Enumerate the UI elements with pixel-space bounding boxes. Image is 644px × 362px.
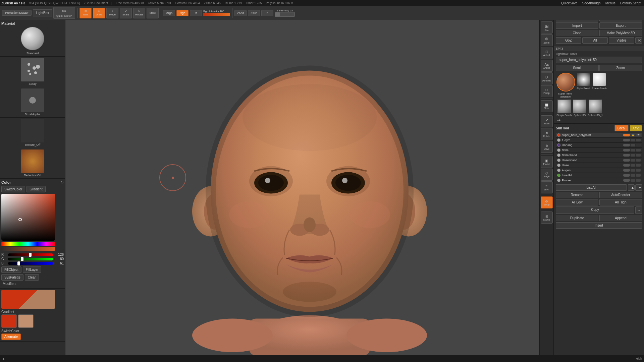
material-preview[interactable] [21, 27, 44, 50]
intensity-slider-btn[interactable]: super_hero_polypaint: 50 [556, 57, 642, 63]
subtool-lock-5[interactable] [631, 159, 635, 162]
list-down-btn[interactable]: ▼ [635, 184, 642, 191]
subtool-vis-6[interactable] [623, 164, 630, 167]
draw-button[interactable]: ✏ Draw [93, 8, 105, 18]
subtool-eye-3[interactable] [636, 149, 641, 152]
color-picker[interactable] [1, 194, 55, 241]
subtool-vis-3[interactable] [623, 149, 630, 152]
subtool-vis-1[interactable] [623, 139, 630, 141]
simple-brush-thumb[interactable] [557, 100, 571, 113]
floor-btn[interactable]: ⬜ Floor [541, 100, 553, 112]
sys-palette-button[interactable]: SysPalette [1, 274, 23, 281]
rgb-button[interactable]: Rgb [176, 10, 189, 16]
r-solo-button[interactable]: R [635, 37, 642, 44]
z-button[interactable]: Z [261, 10, 273, 16]
linefill-vbtn[interactable]: ≡ LnFil [541, 181, 553, 193]
subtool-lock-9[interactable] [631, 179, 635, 182]
scale-button[interactable]: ⤢ Scale [120, 8, 132, 18]
subtool-item-9[interactable]: Flossen [556, 178, 642, 183]
rotate-vbtn[interactable]: ↻ Rotate [541, 128, 553, 140]
gradient-button[interactable]: Gradient [26, 186, 45, 192]
frame-vbtn[interactable]: ▣ Frame [541, 156, 553, 168]
subtool-lock-2[interactable] [631, 144, 635, 146]
subtool-eye-9[interactable] [636, 179, 641, 182]
menus-btn[interactable]: Menus [604, 1, 617, 5]
auto-reorder-button[interactable]: AutoReorder [599, 192, 642, 198]
quick-sketch-button[interactable]: ✏ Quick Sketch [53, 7, 75, 19]
mrgb-button[interactable]: Mrgb [163, 10, 175, 16]
subtool-lock-8[interactable] [631, 174, 635, 177]
spray-brush-preview[interactable] [21, 58, 44, 81]
fill-layer-button[interactable]: FillLayer [23, 266, 42, 273]
rgb-intensity-control[interactable]: Rgb Intensity 100 [203, 10, 230, 16]
persp-btn[interactable]: ⬡ Persp [541, 85, 553, 97]
export-button[interactable]: Export [599, 22, 642, 29]
subtool-vis-7[interactable] [623, 169, 630, 172]
default-script-btn[interactable]: DefaultZScript [619, 1, 643, 5]
copy-subtool-button[interactable]: Copy [556, 206, 634, 214]
reflection-preview[interactable] [21, 149, 44, 173]
all-low-button[interactable]: All Low [556, 199, 598, 205]
switch-color-swatch-2[interactable] [18, 314, 34, 328]
simpleBrush-icon-btn[interactable]: ⊞ Sim [541, 21, 553, 34]
subtool-vis-9[interactable] [623, 179, 630, 182]
scroll-button[interactable]: Scroll [556, 65, 599, 71]
scale-vbtn[interactable]: ⤢ Scale [541, 115, 553, 127]
subtool-item-4[interactable]: Brillenband [556, 153, 642, 158]
duplicate-button[interactable]: Duplicate [556, 215, 598, 221]
zoom-button[interactable]: Zoom [599, 65, 642, 71]
subtool-item-8[interactable]: Line Fill [556, 173, 642, 178]
move-vbtn[interactable]: ⊕ Move [541, 141, 553, 153]
fill-object-button[interactable]: FillObject [1, 266, 21, 273]
main-tool-thumb[interactable] [556, 73, 575, 92]
insert-button[interactable]: Insert [556, 222, 642, 229]
sphere3d-1-thumb[interactable] [589, 100, 602, 113]
subtool-eye-2[interactable] [636, 144, 641, 146]
clone-button[interactable]: Clone [556, 30, 598, 36]
rotate-button[interactable]: ↻ Rotate [133, 8, 145, 18]
alpha-brush-thumb[interactable] [577, 73, 590, 86]
clear-button[interactable]: Clear [25, 274, 39, 281]
list-all-button[interactable]: List All [556, 184, 627, 191]
subtool-eye-8[interactable] [636, 174, 641, 177]
subtool-lock-6[interactable] [631, 164, 635, 167]
rgb-intensity-slider[interactable] [203, 13, 230, 16]
texture-preview[interactable] [21, 119, 44, 142]
subtool-item-0[interactable]: super_hero_polypaint 🔓 👁 [556, 133, 642, 138]
gradient-preview[interactable] [1, 290, 55, 309]
b-slider[interactable] [8, 262, 53, 265]
local-btn[interactable]: Local [614, 125, 629, 131]
stamp-vbtn[interactable]: ⊞ Stamp [541, 212, 553, 224]
subtool-lock-7[interactable] [631, 169, 635, 172]
subtool-vis-0[interactable] [623, 134, 630, 136]
subtool-lock-1[interactable] [631, 139, 635, 141]
subtool-eye-0[interactable]: 👁 [636, 134, 641, 136]
subtool-vis-4[interactable] [623, 154, 630, 157]
xyz-btn[interactable]: XYZ [630, 125, 642, 131]
rename-button[interactable]: Rename [556, 192, 598, 198]
subtool-eye-5[interactable] [636, 159, 641, 162]
g-slider[interactable] [8, 258, 53, 260]
edit-button[interactable]: ⊞ Edit [79, 8, 92, 18]
subtool-eye-7[interactable] [636, 169, 641, 172]
goz-button[interactable]: GoZ [556, 37, 581, 44]
subtool-item-1[interactable]: 1.Aym [556, 138, 642, 143]
brush-alpha-preview[interactable] [21, 88, 44, 112]
subtool-item-3[interactable]: Brille [556, 148, 642, 153]
canvas-area[interactable] [65, 20, 553, 355]
subtool-lock-4[interactable] [631, 154, 635, 157]
import-button[interactable]: Import [556, 22, 598, 29]
zsub-button[interactable]: Zsub [248, 10, 260, 16]
subtool-vis-5[interactable] [623, 159, 630, 162]
alpha-slider[interactable] [1, 247, 55, 251]
subtool-item-7[interactable]: Augen [556, 168, 642, 173]
sphere3d-thumb[interactable] [573, 100, 586, 113]
z-intensity-slider[interactable] [275, 12, 295, 17]
all-button[interactable]: All [582, 37, 608, 44]
append-button[interactable]: Append [599, 215, 642, 221]
subtool-eye-6[interactable] [636, 164, 641, 167]
subtool-item-5[interactable]: Hosenband [556, 158, 642, 163]
z-intensity-control[interactable]: Z Intensity 25 [275, 9, 295, 17]
subtool-vis-2[interactable] [623, 144, 630, 146]
move-button[interactable]: ↕ Move [106, 8, 118, 18]
